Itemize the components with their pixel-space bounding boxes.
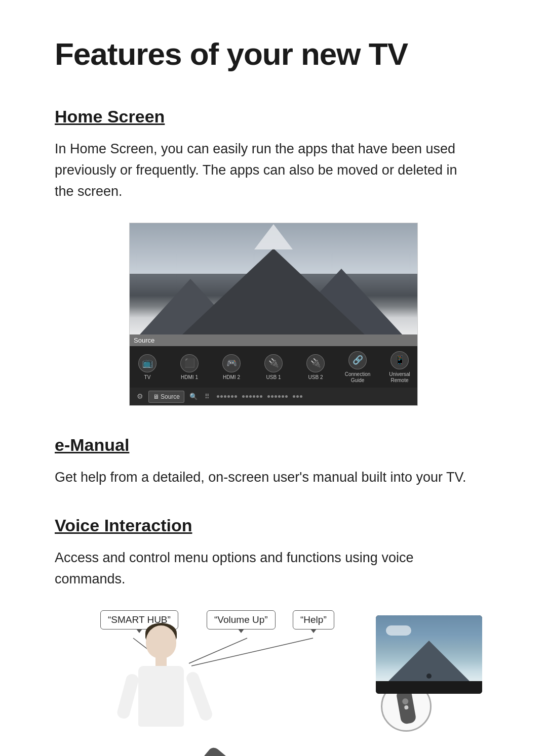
voice-tv-cloud	[386, 625, 411, 636]
tv-icon-hdmi2: 🎮 HDMI 2	[218, 354, 246, 381]
tv-bottom-bar: ⚙ 🖥 Source 🔍 ⠿	[130, 388, 417, 405]
tv-icon-label: TV	[144, 374, 151, 381]
volume-up-text: “Volume Up”	[214, 614, 268, 625]
voice-tv-screen	[376, 615, 482, 694]
dot	[246, 395, 248, 398]
tv-icon-hdmi1: ⬛ HDMI 1	[176, 354, 204, 381]
remote-big-button	[402, 698, 409, 705]
dot	[253, 395, 255, 398]
e-manual-body: Get help from a detailed, on-screen user…	[55, 467, 470, 488]
tv-screenshot: Source 📺 TV ⬛ HDMI 1 🎮 HDMI 2 🔌	[129, 223, 418, 406]
dot-group-1	[217, 395, 237, 398]
dot	[224, 395, 226, 398]
dot-group-2	[242, 395, 262, 398]
dot	[293, 395, 295, 398]
tv-icon-connection-guide: 🔗 Connection Guide	[344, 351, 372, 384]
hdmi2-label: HDMI 2	[223, 374, 240, 381]
dot	[235, 395, 237, 398]
person-body	[138, 666, 184, 727]
dot	[282, 395, 284, 398]
tv-screenshot-container: Source 📺 TV ⬛ HDMI 1 🎮 HDMI 2 🔌	[129, 223, 418, 406]
dot	[231, 395, 233, 398]
e-manual-section: e-Manual Get help from a detailed, on-sc…	[55, 432, 492, 488]
apps-icon: ⠿	[203, 391, 212, 403]
tv-icons-row: 📺 TV ⬛ HDMI 1 🎮 HDMI 2 🔌 USB 1 🔌 U	[130, 346, 417, 388]
page-title: Features of your new TV	[55, 30, 492, 77]
remote-mic-icon	[404, 705, 409, 709]
hdmi2-icon: 🎮	[222, 354, 241, 372]
e-manual-heading: e-Manual	[55, 432, 492, 458]
voice-illustration: “SMART HUB” “Volume Up” “Help”	[55, 610, 492, 756]
dot	[256, 395, 259, 398]
home-screen-heading: Home Screen	[55, 104, 492, 130]
dot	[300, 395, 302, 398]
snow-cap	[254, 224, 293, 249]
tv-icon-usb1: 🔌 USB 1	[260, 354, 288, 381]
dot	[278, 395, 281, 398]
voice-interaction-heading: Voice Interaction	[55, 513, 492, 538]
usb2-label: USB 2	[308, 374, 323, 381]
home-screen-section: Home Screen In Home Screen, you can easi…	[55, 104, 492, 406]
dot	[227, 395, 230, 398]
dot	[285, 395, 288, 398]
source-button-label: Source	[161, 392, 180, 401]
search-icon: 🔍	[187, 391, 200, 403]
connection-guide-label: Connection Guide	[344, 371, 372, 384]
voice-tv-bottom-bar	[376, 681, 482, 694]
person-arm-right	[185, 670, 214, 722]
person-head	[146, 625, 176, 658]
usb1-label: USB 1	[266, 374, 281, 381]
dot	[271, 395, 274, 398]
mountain-main	[182, 248, 365, 334]
source-overlay-label: Source	[130, 334, 417, 347]
connection-guide-icon: 🔗	[348, 351, 367, 369]
tv-icon-universal-remote: 📱 Universal Remote	[386, 351, 414, 384]
voice-interaction-section: Voice Interaction Access and control men…	[55, 513, 492, 756]
gear-icon: ⚙	[135, 390, 145, 403]
dot	[296, 395, 299, 398]
person-arm-left	[116, 673, 140, 720]
dot	[260, 395, 262, 398]
dot	[217, 395, 219, 398]
dot	[242, 395, 245, 398]
usb1-icon: 🔌	[264, 354, 283, 372]
voice-person	[110, 625, 212, 756]
dot	[249, 395, 252, 398]
dot-group-3	[267, 395, 288, 398]
dot-group-4	[293, 395, 302, 398]
dot	[220, 395, 223, 398]
tv-icon-tv: 📺 TV	[134, 354, 162, 381]
dot	[267, 395, 270, 398]
voice-interaction-body: Access and control menu options and func…	[55, 548, 470, 590]
source-text: Source	[134, 337, 154, 344]
remote-in-hand	[201, 745, 240, 756]
home-screen-body: In Home Screen, you can easily run the a…	[55, 139, 470, 202]
tv-icon-usb2: 🔌 USB 2	[302, 354, 330, 381]
voice-tv-dot	[426, 674, 432, 679]
speech-bubble-volume-up: “Volume Up”	[207, 610, 276, 630]
hdmi1-label: HDMI 1	[181, 374, 198, 381]
tv-mountain-image	[130, 223, 417, 334]
tv-icon: 📺	[138, 354, 157, 372]
speech-bubble-help: “Help”	[293, 610, 334, 630]
universal-remote-label: Universal Remote	[386, 371, 414, 384]
usb2-icon: 🔌	[306, 354, 325, 372]
hdmi1-icon: ⬛	[180, 354, 199, 372]
help-text: “Help”	[300, 614, 327, 625]
universal-remote-icon: 📱	[390, 351, 409, 369]
source-icon: 🖥	[153, 392, 159, 401]
dot	[275, 395, 277, 398]
source-button[interactable]: 🖥 Source	[148, 391, 184, 403]
voice-tv-mountain-bg	[376, 615, 482, 681]
tv-app-dots	[217, 395, 302, 398]
